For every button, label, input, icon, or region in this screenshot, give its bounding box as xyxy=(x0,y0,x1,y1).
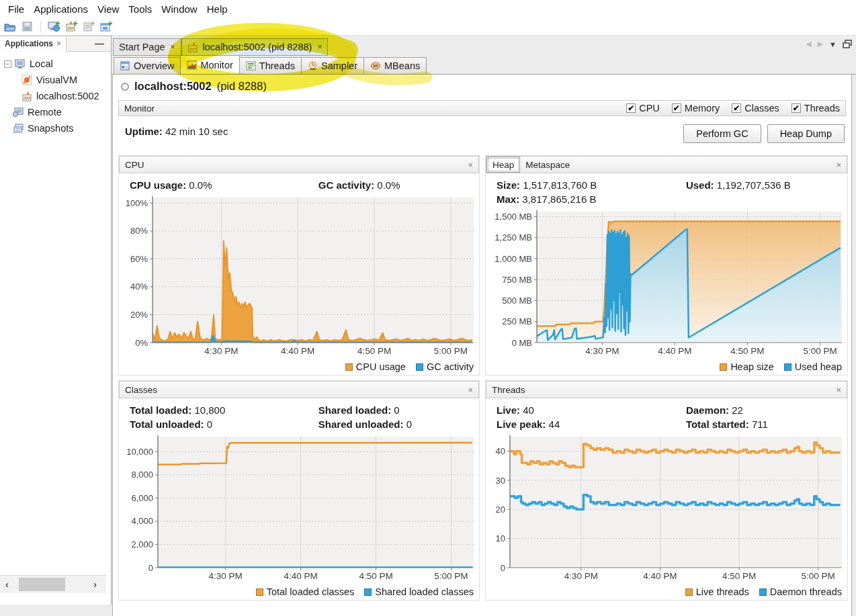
scroll-tabs-right-icon[interactable]: ▶ xyxy=(818,40,823,48)
scrollbar-thumb[interactable] xyxy=(19,578,65,591)
svg-text:80%: 80% xyxy=(130,226,148,236)
checkbox-cpu[interactable]: ✔CPU xyxy=(626,103,660,114)
tree-item-snapshots[interactable]: Snapshots xyxy=(0,120,111,136)
checkbox-memory[interactable]: ✔Memory xyxy=(672,103,720,114)
stat-total-loaded: Total loaded: 10,800 xyxy=(130,404,318,416)
tree-item-label: Snapshots xyxy=(28,123,74,134)
close-icon[interactable]: × xyxy=(468,385,473,395)
sidebar-horizontal-scrollbar[interactable]: ‹ › xyxy=(0,575,106,593)
tab-localhost-5002[interactable]: JMX localhost:5002 (pid 8288) × xyxy=(181,38,329,56)
threads-stats: Live: 40Daemon: 22Live peak: 44Total sta… xyxy=(486,398,847,431)
classes-panel-title: Classes xyxy=(125,385,157,395)
tab-label: Threads xyxy=(259,60,295,71)
close-icon[interactable]: × xyxy=(836,385,841,395)
tab-threads[interactable]: Threads xyxy=(239,57,302,74)
menu-view[interactable]: View xyxy=(93,1,124,17)
tab-heap[interactable]: Heap xyxy=(486,157,520,173)
tree-item-visualvm[interactable]: VisualVM xyxy=(0,72,111,88)
close-icon[interactable]: × xyxy=(468,160,473,170)
stat-total-started: Total started: 711 xyxy=(686,419,847,430)
svg-text:5:00 PM: 5:00 PM xyxy=(434,571,468,581)
main-area: Start Page × JMX localhost:5002 (pid 828… xyxy=(112,36,856,605)
add-host-icon[interactable] xyxy=(46,19,61,34)
open-icon[interactable] xyxy=(3,19,17,34)
cpu-panel-title: CPU xyxy=(125,160,144,170)
heap-dump-button[interactable]: Heap Dump xyxy=(767,124,845,143)
add-jmx-connection-icon[interactable]: JMX xyxy=(64,19,79,34)
scroll-left-icon[interactable]: ‹ xyxy=(5,578,9,590)
minimize-icon[interactable]: — xyxy=(88,38,111,49)
tab-localhost-label: localhost:5002 (pid 8288) xyxy=(203,42,312,52)
monitor-content: localhost:5002 (pid 8288) Monitor ✔CPU✔M… xyxy=(112,75,852,616)
close-icon[interactable]: × xyxy=(56,39,61,48)
applications-tab[interactable]: Applications × xyxy=(0,36,67,52)
checkbox-threads[interactable]: ✔Threads xyxy=(791,103,840,114)
checkbox-classes[interactable]: ✔Classes xyxy=(732,103,779,114)
checkbox-label: CPU xyxy=(639,103,660,114)
tab-monitor[interactable]: Monitor xyxy=(180,55,239,74)
stat-shared-loaded: Shared loaded: 0 xyxy=(318,404,479,416)
checkmark-icon[interactable]: ✔ xyxy=(626,103,636,113)
classes-chart: 02,0004,0006,0008,00010,0004:30 PM4:40 P… xyxy=(119,431,479,584)
legend-swatch xyxy=(685,588,693,596)
close-icon[interactable]: × xyxy=(169,42,175,52)
maximize-window-icon[interactable] xyxy=(843,40,852,48)
close-icon[interactable]: × xyxy=(316,42,322,52)
tab-mbeans[interactable]: MBeans xyxy=(363,57,427,74)
add-snapshot-icon[interactable] xyxy=(81,19,96,34)
menu-help[interactable]: Help xyxy=(202,1,232,17)
stat-total-unloaded: Total unloaded: 0 xyxy=(130,419,318,430)
legend-item: Used heap xyxy=(784,361,842,372)
checkmark-icon[interactable]: ✔ xyxy=(732,103,741,113)
svg-text:5:00 PM: 5:00 PM xyxy=(803,346,837,356)
tree-item-label: VisualVM xyxy=(36,75,77,85)
tab-start-page[interactable]: Start Page × xyxy=(113,38,181,56)
tree-item-localhost-5002[interactable]: JMXlocalhost:5002 xyxy=(0,88,111,104)
checkmark-icon[interactable]: ✔ xyxy=(791,103,801,113)
tab-list-dropdown-icon[interactable]: ▼ xyxy=(829,40,837,48)
menu-tools[interactable]: Tools xyxy=(124,1,157,17)
svg-text:1,250 MB: 1,250 MB xyxy=(495,232,532,243)
heap-panel-header: Heap Metaspace × xyxy=(486,156,847,173)
menu-applications[interactable]: Applications xyxy=(29,1,93,17)
app-pid: (pid 8288) xyxy=(217,80,267,93)
tree-item-local[interactable]: −Local xyxy=(0,56,111,72)
tab-sampler[interactable]: Sampler xyxy=(301,57,364,74)
classes-panel: Classes × Total loaded: 10,800Shared loa… xyxy=(118,380,480,601)
menu-bar: FileApplicationsViewToolsWindowHelp xyxy=(0,0,856,18)
visualvm-icon xyxy=(22,75,33,85)
svg-text:20%: 20% xyxy=(130,310,148,320)
svg-text:750 MB: 750 MB xyxy=(502,275,532,285)
checkmark-icon[interactable]: ✔ xyxy=(672,103,681,113)
svg-text:10,000: 10,000 xyxy=(126,447,153,457)
tree-item-remote[interactable]: Remote xyxy=(0,104,111,120)
legend-item: GC activity xyxy=(416,361,474,372)
toolbar: JMX xyxy=(0,18,856,36)
tab-metaspace[interactable]: Metaspace xyxy=(520,157,575,173)
sampler-icon xyxy=(308,61,318,71)
svg-text:40%: 40% xyxy=(130,281,148,292)
stat-max: Max: 3,817,865,216 B xyxy=(497,193,686,205)
expander-icon[interactable]: − xyxy=(4,60,11,68)
tab-label: Overview xyxy=(134,60,174,71)
scroll-right-icon[interactable]: › xyxy=(93,578,97,590)
legend-label: GC activity xyxy=(427,361,474,372)
legend-item: Daemon threads xyxy=(759,586,842,597)
application-header: localhost:5002 (pid 8288) xyxy=(121,80,267,93)
save-icon[interactable] xyxy=(20,19,35,34)
menu-file[interactable]: File xyxy=(3,1,29,17)
close-icon[interactable]: × xyxy=(836,160,841,170)
applications-tab-label: Applications xyxy=(5,39,53,48)
computer-icon xyxy=(15,58,26,69)
legend-swatch xyxy=(364,588,372,596)
threads-icon xyxy=(246,61,256,71)
menu-window[interactable]: Window xyxy=(157,1,202,17)
perform-gc-button[interactable]: Perform GC xyxy=(683,124,761,143)
svg-text:0%: 0% xyxy=(135,338,148,348)
scroll-tabs-left-icon[interactable]: ◀ xyxy=(806,40,811,48)
applications-sidebar: Applications × — −LocalVisualVMJMXlocalh… xyxy=(0,36,112,605)
tab-overview[interactable]: Overview xyxy=(114,57,181,74)
add-application-icon[interactable] xyxy=(99,19,114,34)
threads-chart: 0102030404:30 PM4:40 PM4:50 PM5:00 PM xyxy=(486,431,847,584)
svg-text:JMX: JMX xyxy=(67,26,75,30)
